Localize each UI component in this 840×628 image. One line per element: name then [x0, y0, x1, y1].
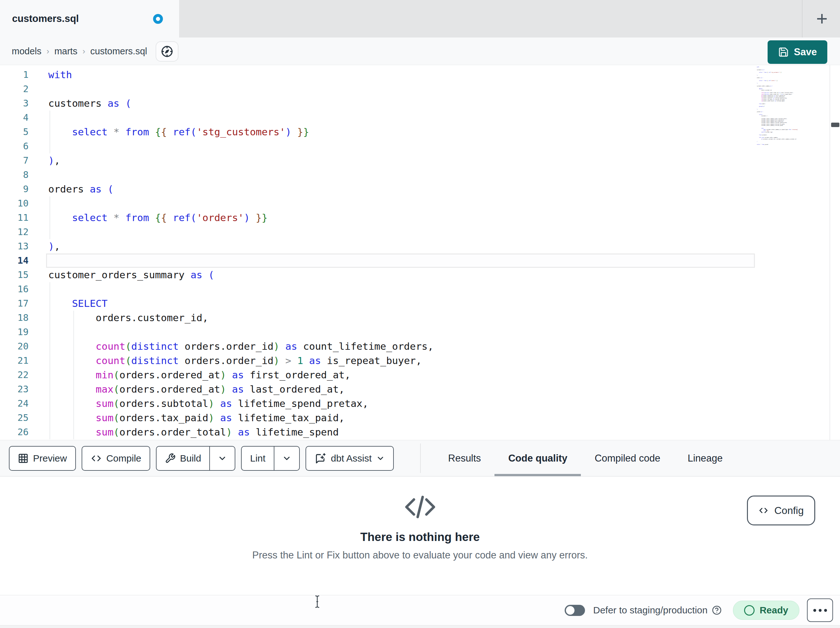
editor-scrollbar[interactable] [829, 65, 840, 440]
indent-guide [73, 325, 74, 339]
code-line-15[interactable]: 15customer_orders_summary as ( [0, 268, 755, 282]
code-text: count(distinct orders.order_id) > 1 as i… [48, 354, 422, 368]
code-text: max(orders.ordered_at) as last_ordered_a… [48, 382, 344, 396]
code-line-8[interactable]: 8 [0, 168, 755, 182]
indent-guide [49, 196, 50, 210]
code-line-12[interactable]: 12 [0, 225, 755, 239]
code-line-25[interactable]: 25 sum(orders.tax_paid) as lifetime_tax_… [0, 411, 755, 425]
empty-state-message: Press the Lint or Fix button above to ev… [0, 549, 840, 561]
code-line-16[interactable]: 16 [0, 282, 755, 296]
file-tab-customers-sql[interactable]: customers.sql [0, 0, 179, 38]
preview-button[interactable]: Preview [9, 446, 76, 471]
dbt-assist-label: dbt Assist [331, 453, 371, 464]
tab-code-quality[interactable]: Code quality [494, 440, 581, 476]
line-number: 4 [0, 111, 28, 125]
line-number: 20 [0, 339, 28, 354]
code-text: orders.customer_id, [48, 311, 208, 325]
dbt-ide-window: customers.sql + models›marts›customers.s… [0, 0, 840, 628]
lint-dropdown[interactable] [274, 447, 299, 470]
help-icon[interactable] [711, 605, 722, 615]
code-line-26[interactable]: 26 sum(orders.order_total) as lifetime_s… [0, 425, 755, 439]
unsaved-changes-dot-icon [153, 14, 163, 24]
ready-status-label: Ready [759, 605, 788, 615]
build-split-button[interactable]: Build [156, 446, 236, 471]
tab-results[interactable]: Results [434, 440, 494, 476]
editor-minimap[interactable]: with customers as ( select * from {{ ref… [755, 65, 829, 440]
code-line-14[interactable]: 14 [0, 253, 755, 268]
code-editor[interactable]: 1with23customers as (45 select * from {{… [0, 65, 840, 440]
line-number: 18 [0, 311, 28, 325]
wrench-icon [165, 453, 175, 464]
ellipsis-icon [813, 609, 816, 612]
editor-tab-strip: customers.sql + [0, 0, 840, 38]
breadcrumb: models›marts›customers.sql [12, 38, 147, 65]
lineage-compass-button[interactable] [156, 41, 178, 62]
code-line-23[interactable]: 23 max(orders.ordered_at) as last_ordere… [0, 382, 755, 396]
empty-state: There is nothing here Press the Lint or … [0, 492, 840, 561]
ready-status-badge[interactable]: Ready [733, 601, 799, 620]
file-tab-title: customers.sql [12, 0, 79, 38]
scrollbar-thumb[interactable] [831, 123, 839, 127]
code-line-7[interactable]: 7), [0, 153, 755, 168]
code-text: count(distinct orders.order_id) as count… [48, 339, 434, 354]
build-main[interactable]: Build [156, 447, 210, 470]
code-line-1[interactable]: 1with [0, 68, 755, 82]
breadcrumb-item-marts[interactable]: marts [54, 46, 77, 57]
code-line-18[interactable]: 18 orders.customer_id, [0, 311, 755, 325]
code-line-9[interactable]: 9orders as ( [0, 182, 755, 196]
code-line-22[interactable]: 22 min(orders.ordered_at) as first_order… [0, 368, 755, 382]
code-line-21[interactable]: 21 count(distinct orders.order_id) > 1 a… [0, 354, 755, 368]
new-tab-button[interactable]: + [809, 6, 835, 31]
toggle-knob [566, 606, 575, 615]
tabstrip-divider [802, 0, 802, 38]
code-line-13[interactable]: 13), [0, 239, 755, 253]
indent-guide [49, 225, 50, 239]
code-line-4[interactable]: 4 [0, 111, 755, 125]
code-icon [90, 452, 102, 464]
breadcrumb-item-customers-sql[interactable]: customers.sql [90, 46, 147, 57]
defer-label: Defer to staging/production [593, 605, 707, 615]
save-button[interactable]: Save [767, 40, 827, 64]
code-line-20[interactable]: 20 count(distinct orders.order_id) as co… [0, 339, 755, 354]
code-text: sum(orders.tax_paid) as lifetime_tax_pai… [48, 411, 344, 425]
code-line-11[interactable]: 11 select * from {{ ref('orders') }} [0, 210, 755, 225]
code-line-3[interactable]: 3customers as ( [0, 96, 755, 111]
defer-toggle[interactable] [565, 605, 585, 616]
code-quality-panel: Config There is nothing here Press the L… [0, 476, 840, 595]
dbt-assist-button[interactable]: dbt Assist [306, 446, 394, 471]
indent-guide [49, 139, 50, 153]
breadcrumb-separator-icon: › [47, 46, 49, 56]
code-text: sum(orders.subtotal) as lifetime_spend_p… [48, 396, 368, 411]
code-line-6[interactable]: 6 [0, 139, 755, 153]
line-number: 17 [0, 296, 28, 311]
code-line-19[interactable]: 19 [0, 325, 755, 339]
tab-lineage[interactable]: Lineage [674, 440, 736, 476]
build-dropdown[interactable] [209, 447, 235, 470]
breadcrumb-item-models[interactable]: models [12, 46, 42, 57]
line-number: 25 [0, 411, 28, 425]
indent-guide [49, 282, 50, 296]
code-slash-icon [0, 492, 840, 522]
tab-compiled-code[interactable]: Compiled code [581, 440, 674, 476]
lint-main[interactable]: Lint [242, 447, 273, 470]
code-line-10[interactable]: 10 [0, 196, 755, 210]
code-line-24[interactable]: 24 sum(orders.subtotal) as lifetime_spen… [0, 396, 755, 411]
code-line-17[interactable]: 17 SELECT [0, 296, 755, 311]
code-line-2[interactable]: 2 [0, 82, 755, 96]
lint-label: Lint [250, 453, 265, 464]
code-line-5[interactable]: 5 select * from {{ ref('stg_customers') … [0, 125, 755, 139]
code-text: select * from {{ ref('stg_customers') }} [48, 125, 309, 139]
active-line-highlight [46, 253, 755, 268]
empty-state-title: There is nothing here [0, 530, 840, 544]
line-number: 19 [0, 325, 28, 339]
more-options-button[interactable] [807, 598, 833, 622]
indent-guide [49, 325, 50, 339]
code-text: orders as ( [48, 182, 114, 196]
compile-button[interactable]: Compile [82, 446, 150, 471]
breadcrumb-separator-icon: › [82, 46, 85, 56]
line-number: 2 [0, 82, 28, 96]
line-number: 1 [0, 68, 28, 82]
lint-split-button[interactable]: Lint [241, 446, 300, 471]
line-number: 5 [0, 125, 28, 139]
code-text: ), [48, 239, 60, 253]
